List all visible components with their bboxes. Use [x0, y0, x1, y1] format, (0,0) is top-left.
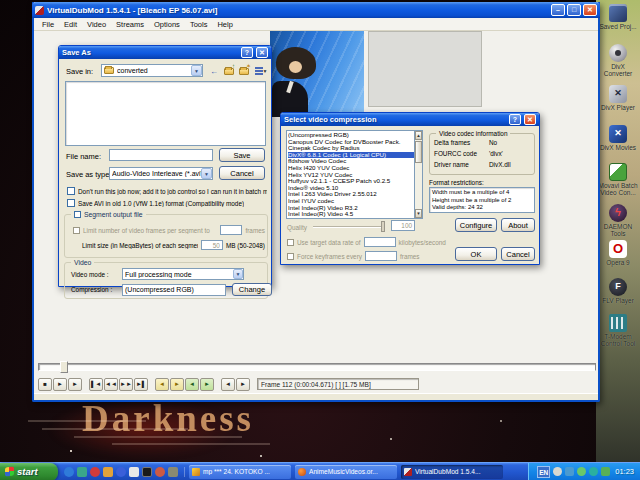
codec-list-item[interactable]: Helix YV12 YUV Codec — [288, 172, 414, 179]
quick-launch-icon[interactable] — [168, 467, 178, 477]
scrollbar[interactable]: ▲ ▼ — [414, 130, 423, 219]
slider-thumb[interactable] — [381, 221, 385, 232]
network-icon[interactable] — [565, 467, 574, 476]
help-button[interactable]: ? — [509, 114, 521, 125]
start-button[interactable]: start — [0, 463, 58, 480]
ok-button[interactable]: OK — [455, 247, 497, 261]
media-player-icon[interactable] — [142, 467, 152, 477]
quick-launch-icon[interactable] — [90, 467, 100, 477]
limit-frames-input[interactable] — [220, 225, 242, 235]
codec-list-item-selected[interactable]: DivX® 6.8.1 Codec (1 Logical CPU) — [288, 152, 414, 159]
quick-launch-icon[interactable] — [116, 467, 126, 477]
desktop-icon-divx-converter[interactable]: DivX Converter — [596, 44, 640, 77]
close-icon[interactable]: ✕ — [256, 47, 268, 58]
codec-list-item[interactable]: Cinepak Codec by Radius — [288, 145, 414, 152]
desktop-icon-movavi[interactable]: Movavi Batch Video Con... — [596, 163, 640, 196]
minimize-button[interactable]: – — [551, 4, 565, 16]
quick-launch-icon[interactable] — [103, 467, 113, 477]
help-button[interactable]: ? — [241, 47, 253, 58]
close-button[interactable]: ✕ — [583, 4, 597, 16]
codec-list-item[interactable]: Helix I420 YUV Codec — [288, 165, 414, 172]
desktop-icon-tmodem[interactable]: T-Modem Control Tool — [596, 314, 640, 347]
limit-size-input[interactable] — [201, 240, 223, 250]
configure-button[interactable]: Configure — [455, 218, 497, 232]
volume-icon[interactable] — [553, 467, 562, 476]
codec-list-item[interactable]: Canopus DV Codec for DVBooster Pack. — [288, 139, 414, 146]
codec-list-item[interactable]: (Uncompressed RGB) — [288, 132, 414, 139]
save-button[interactable]: Save — [219, 148, 265, 162]
quality-slider[interactable] — [313, 221, 385, 232]
chevron-down-icon[interactable]: ▼ — [191, 65, 202, 76]
mark-in-button[interactable]: ◄ — [221, 378, 235, 391]
play-output-button[interactable]: ► — [68, 378, 82, 391]
go-end-button[interactable]: ►▌ — [134, 378, 148, 391]
codec-list[interactable]: (Uncompressed RGB) Canopus DV Codec for … — [286, 130, 423, 219]
step-forward-button[interactable]: ►► — [119, 378, 133, 391]
view-menu-icon[interactable]: ▼ — [252, 64, 270, 78]
title-bar[interactable]: VirtualDubMod 1.5.4.1 - [Bleach EP 56.07… — [32, 2, 600, 18]
segment-output-checkbox[interactable] — [74, 211, 81, 218]
prev-scene-button[interactable]: ◄ — [185, 378, 199, 391]
mark-out-button[interactable]: ► — [236, 378, 250, 391]
keyframes-checkbox[interactable] — [287, 253, 294, 260]
codec-list-item[interactable]: Intel I.263 Video Driver 2.55.012 — [288, 191, 414, 198]
save-in-combo[interactable]: converted ▼ — [101, 64, 203, 77]
language-indicator[interactable]: EN — [537, 466, 550, 478]
desktop-icon-flv-player[interactable]: FLV Player — [596, 278, 640, 304]
taskbar-task-browser[interactable]: AnimeMusicVideos.or... — [295, 465, 397, 479]
messenger-icon[interactable] — [577, 467, 586, 476]
quick-launch-icon[interactable] — [129, 467, 139, 477]
menu-file[interactable]: File — [38, 19, 58, 29]
new-folder-icon[interactable]: ✶ — [237, 64, 251, 78]
desktop-icon-divx-movies[interactable]: DivX Movies — [596, 125, 640, 151]
batch-mode-checkbox[interactable] — [67, 187, 75, 195]
codec-list-item[interactable]: Intel IYUV codec — [288, 198, 414, 205]
prev-keyframe-button[interactable]: ◄ — [155, 378, 169, 391]
codec-list-item[interactable]: Huffyuv v2.1.1 - CCESP Patch v0.2.5 — [288, 178, 414, 185]
file-name-input[interactable] — [109, 149, 213, 161]
menu-video[interactable]: Video — [83, 19, 110, 29]
desktop-icon-saved-proj[interactable]: Saved Proj... — [596, 4, 640, 30]
desktop-icon-opera[interactable]: Opera 9 — [596, 240, 640, 266]
change-button[interactable]: Change — [232, 283, 272, 296]
file-list[interactable] — [65, 81, 266, 146]
chevron-down-icon[interactable]: ▼ — [233, 269, 243, 279]
save-as-title-bar[interactable]: Save As ? ✕ — [59, 46, 271, 59]
quick-launch-icon[interactable] — [155, 467, 165, 477]
next-scene-button[interactable]: ► — [200, 378, 214, 391]
limit-frames-checkbox[interactable] — [73, 227, 80, 234]
codec-list-item[interactable]: Intel Indeo(R) Video 4.5 — [288, 211, 414, 218]
cancel-button[interactable]: Cancel — [501, 247, 535, 261]
next-keyframe-button[interactable]: ► — [170, 378, 184, 391]
go-start-button[interactable]: ▌◄ — [89, 378, 103, 391]
maximize-button[interactable]: □ — [567, 4, 581, 16]
antivirus-icon[interactable] — [601, 467, 610, 476]
position-trackbar[interactable] — [38, 361, 596, 373]
scrollbar-thumb[interactable] — [415, 141, 422, 163]
quick-launch-icon[interactable] — [77, 467, 87, 477]
scroll-up-icon[interactable]: ▲ — [415, 131, 422, 140]
codec-list-item[interactable]: Intel Indeo(R) Video R3.2 — [288, 205, 414, 212]
keyframes-input[interactable] — [365, 251, 397, 261]
desktop-icon-divx-player[interactable]: DivX Player — [596, 85, 640, 111]
data-rate-input[interactable] — [364, 237, 396, 247]
cancel-button[interactable]: Cancel — [219, 166, 265, 180]
menu-tools[interactable]: Tools — [186, 19, 212, 29]
menu-streams[interactable]: Streams — [112, 19, 148, 29]
about-button[interactable]: About — [501, 218, 535, 232]
step-back-button[interactable]: ◄◄ — [104, 378, 118, 391]
taskbar-task-winamp[interactable]: mp *** 24. KOTOKO ... — [189, 465, 291, 479]
scroll-down-icon[interactable]: ▼ — [415, 209, 422, 218]
menu-help[interactable]: Help — [213, 19, 236, 29]
back-icon[interactable]: ← — [207, 64, 221, 78]
trackbar-thumb[interactable] — [60, 361, 68, 373]
up-folder-icon[interactable]: ↑ — [222, 64, 236, 78]
menu-options[interactable]: Options — [150, 19, 184, 29]
video-mode-combo[interactable]: Full processing mode ▼ — [122, 268, 244, 280]
save-as-type-combo[interactable]: Audio-Video Interleave (*.avi) ▼ — [109, 167, 213, 180]
codec-list-item[interactable]: Indeo® video 5.10 — [288, 185, 414, 192]
play-input-button[interactable]: ► — [53, 378, 67, 391]
taskbar-task-virtualdubmod[interactable]: VirtualDubMod 1.5.4... — [401, 465, 503, 479]
compression-title-bar[interactable]: Select video compression ? ✕ — [281, 113, 539, 126]
menu-edit[interactable]: Edit — [60, 19, 81, 29]
